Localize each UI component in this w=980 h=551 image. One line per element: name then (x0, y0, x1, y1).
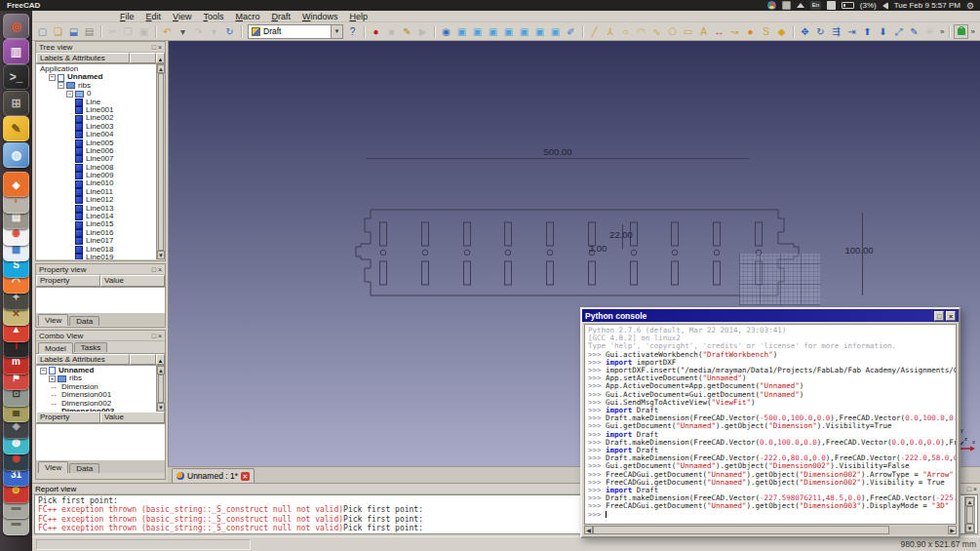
redo-dropdown-button[interactable]: ▾ (207, 24, 221, 39)
draft-bezcurve-button[interactable]: ↝ (727, 24, 742, 39)
wifi-icon[interactable] (797, 3, 804, 8)
tab-model[interactable]: Model (38, 342, 73, 354)
close-panel-icon[interactable]: × (158, 333, 162, 339)
draft-dimension-button[interactable]: ↔ (712, 24, 726, 39)
python-console-log[interactable]: Python 2.7.6 (default, Mar 22 2014, 23:0… (584, 324, 957, 525)
draft-offset-button[interactable]: ⇶ (829, 24, 843, 39)
tree-expander-icon[interactable]: − (66, 91, 73, 98)
scroll-up-icon[interactable]: ▲ (965, 497, 974, 506)
dock-item-terminal[interactable]: >_ (3, 64, 29, 90)
scroll-thumb[interactable] (593, 526, 889, 534)
tree-expander-icon[interactable]: − (49, 74, 56, 81)
paste-button[interactable]: ▣ (137, 24, 151, 39)
tab-data[interactable]: Data (69, 463, 99, 473)
measure-distance-button[interactable]: ✐ (564, 24, 578, 39)
python-console-hscrollbar[interactable]: ◀ ▶ (584, 526, 957, 534)
toolbar-overflow-chevron-2[interactable]: » (970, 27, 974, 36)
menu-tools[interactable]: Tools (197, 12, 229, 21)
labels-attributes-header[interactable]: Labels & Attributes (36, 354, 130, 365)
dock-item-workspace-switcher[interactable]: ⊞ (3, 91, 29, 116)
dimension-width-label[interactable]: 500.00 (543, 146, 571, 157)
dock-item-notes-keep[interactable]: ✎ (3, 116, 29, 141)
cut-button[interactable]: ✂ (105, 24, 120, 39)
keyboard-layout-indicator[interactable]: En (810, 1, 821, 10)
menu-macro[interactable]: Macro (229, 12, 265, 21)
draft-shapestring-button[interactable]: S (759, 24, 773, 39)
draft-trimex-button[interactable]: ⇥ (844, 24, 859, 39)
draft-bspline-button[interactable]: ∿ (649, 24, 664, 39)
labels-attributes-header[interactable]: Labels & Attributes (36, 53, 130, 63)
draft-wire-button[interactable]: ⅄ (603, 24, 617, 39)
view-front-button[interactable]: ▣ (470, 24, 485, 39)
draft-rotate-button[interactable]: ↻ (813, 24, 828, 39)
draft-move-button[interactable]: ✥ (798, 24, 812, 39)
tab-data[interactable]: Data (69, 316, 99, 326)
macro-play-button[interactable]: ▶ (415, 24, 430, 39)
draft-arc-button[interactable]: ◠ (634, 24, 648, 39)
scroll-down-icon[interactable]: ▼ (157, 403, 165, 412)
value-column-header[interactable]: Value (100, 412, 165, 423)
dock-item-ubuntu-launcher[interactable]: ◎ (3, 14, 29, 39)
tree-item-ribs[interactable]: −ribs (38, 82, 155, 90)
float-window-icon[interactable]: □ (934, 311, 944, 321)
draft-upgrade-button[interactable]: ⬆ (860, 24, 875, 39)
tab-view[interactable]: View (38, 314, 68, 326)
macro-edit-button[interactable]: ✎ (400, 24, 414, 39)
workbench-selector[interactable]: Draft ▾ (248, 24, 343, 39)
draft-text-button[interactable]: A (696, 24, 711, 39)
workbench-dropdown-arrow[interactable]: ▾ (331, 25, 342, 38)
tree-expander-icon[interactable]: − (58, 82, 64, 89)
draft-line-button[interactable]: ╱ (587, 24, 602, 39)
report-view-scrollbar[interactable]: ▲ ▼ (964, 496, 975, 533)
menu-edit[interactable]: Edit (140, 12, 168, 21)
macro-record-button[interactable]: ● (369, 24, 383, 39)
dimension-slot-label[interactable]: 22.00 (609, 229, 633, 240)
menu-windows[interactable]: Windows (296, 12, 344, 21)
printer-icon[interactable] (782, 1, 791, 10)
float-panel-icon[interactable]: □ (152, 44, 156, 51)
snap-lock-button[interactable] (954, 24, 968, 39)
tree-view-scrollbar[interactable]: ▲ ▼ (156, 64, 165, 259)
copy-button[interactable]: ❐ (121, 24, 136, 39)
view-rear-button[interactable]: ▣ (517, 24, 531, 39)
undo-button[interactable]: ↶ (160, 24, 175, 39)
dimension-hole-label[interactable]: 3.00 (589, 243, 608, 254)
macro-stop-button[interactable]: ■ (384, 24, 399, 39)
scroll-up-icon[interactable]: ▲ (156, 53, 165, 63)
mail-icon[interactable] (827, 1, 836, 10)
chrome-tray-icon[interactable] (767, 1, 776, 10)
draft-circle-button[interactable]: ○ (618, 24, 633, 39)
undo-dropdown-button[interactable]: ▾ (176, 24, 190, 39)
close-panel-icon[interactable]: × (973, 486, 977, 492)
volume-icon[interactable] (882, 2, 888, 10)
view-bottom-button[interactable]: ▣ (532, 24, 547, 39)
tab-view[interactable]: View (38, 461, 68, 473)
scroll-thumb[interactable] (966, 506, 973, 524)
view-top-button[interactable]: ▣ (486, 24, 500, 39)
draft-scale-button[interactable]: ⤢ (891, 24, 906, 39)
tree-item-dimension003[interactable]: ↔Dimension003 (38, 408, 155, 412)
tree-item-unnamed[interactable]: −Unnamed (38, 73, 155, 81)
float-panel-icon[interactable]: □ (967, 486, 971, 492)
view-fit-all-button[interactable]: ◉ (439, 24, 453, 39)
redo-button[interactable]: ↷ (191, 24, 206, 39)
new-file-button[interactable]: ▢ (35, 24, 50, 39)
menu-help[interactable]: Help (343, 12, 373, 21)
close-tab-icon[interactable]: ✕ (241, 472, 250, 481)
property-column-header[interactable]: Property (36, 275, 100, 287)
scroll-up-icon[interactable]: ▲ (156, 354, 165, 365)
refresh-button[interactable]: ↻ (222, 24, 237, 39)
menu-view[interactable]: View (167, 12, 197, 21)
dimension-height-label[interactable]: 100.00 (844, 245, 873, 256)
power-gear-icon[interactable]: ⚙ (966, 1, 974, 11)
scroll-down-icon[interactable]: ▼ (965, 524, 974, 532)
scroll-up-icon[interactable]: ▲ (157, 366, 165, 374)
document-tab-unnamed[interactable]: Unnamed : 1* ✕ (172, 468, 255, 483)
clock[interactable]: Tue Feb 9 5:57 PM (894, 1, 960, 10)
close-panel-icon[interactable]: × (158, 44, 162, 51)
dock-item-app-purple[interactable]: ▥ (3, 39, 29, 64)
tree-expander-icon[interactable]: − (40, 368, 47, 374)
close-window-icon[interactable]: × (946, 311, 956, 321)
scroll-down-icon[interactable]: ▼ (157, 251, 165, 259)
view-axonometric-button[interactable]: ▣ (454, 24, 469, 39)
